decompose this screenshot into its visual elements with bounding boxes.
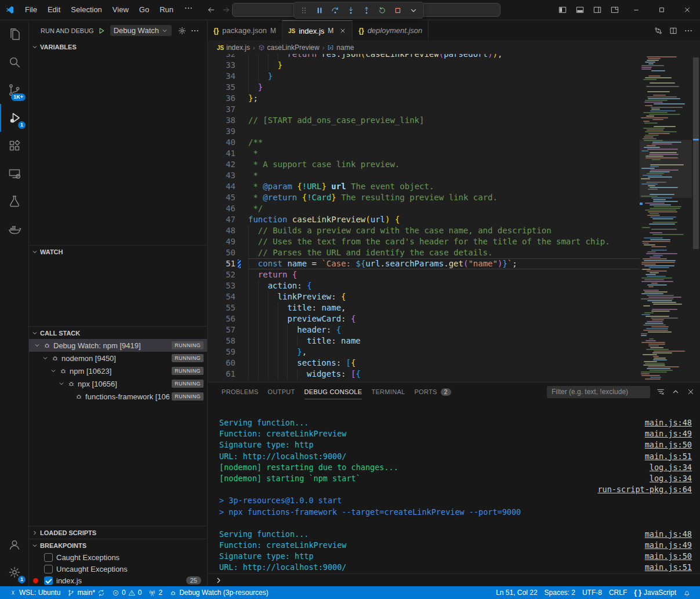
console-source-link[interactable]: main.js:51	[645, 451, 692, 462]
code-line[interactable]: 59 },	[208, 347, 640, 358]
line-number[interactable]: 46	[208, 203, 235, 214]
activity-testing[interactable]	[0, 187, 28, 215]
console-source-link[interactable]: main.js:51	[645, 562, 692, 573]
code-line[interactable]: 55 title: name,	[208, 302, 640, 313]
breakpoint-row[interactable]: Caught Exceptions	[29, 551, 207, 563]
line-number[interactable]: 33	[208, 60, 235, 71]
statusbar-encoding[interactable]: UTF-8	[579, 586, 605, 599]
console-source-link[interactable]: main.js:50	[645, 439, 692, 450]
activity-extensions[interactable]	[0, 132, 28, 160]
call-stack-row[interactable]: npx [10656]RUNNING	[29, 377, 207, 390]
panel-tab-debug-console[interactable]: DEBUG CONSOLE	[300, 383, 367, 401]
breakpoint-row[interactable]: Uncaught Exceptions	[29, 563, 207, 575]
minimap[interactable]	[640, 54, 692, 382]
line-number[interactable]: 39	[208, 126, 235, 137]
activity-source-control[interactable]: 1K+	[0, 76, 28, 104]
code-line[interactable]: 43 *	[208, 170, 640, 181]
watch-section-header[interactable]: WATCH	[29, 245, 207, 258]
toggle-secondary-sidebar-icon[interactable]	[589, 2, 606, 18]
code-line[interactable]: 60 sections: [{	[208, 358, 640, 369]
line-number[interactable]: 44	[208, 181, 235, 192]
code-line[interactable]: 52 return {	[208, 269, 640, 280]
go-forward-icon[interactable]	[222, 5, 231, 15]
menu-view[interactable]: View	[107, 3, 134, 16]
line-number[interactable]: 61	[208, 369, 235, 380]
filter-icon[interactable]	[656, 387, 665, 396]
more-menus-icon[interactable]	[179, 3, 198, 16]
code-line[interactable]: 47function caseLinkPreview(url) {	[208, 214, 640, 225]
drag-grip-icon[interactable]	[297, 3, 311, 17]
code-line[interactable]: 40/**	[208, 137, 640, 148]
customize-layout-icon[interactable]	[606, 2, 623, 18]
console-source-link[interactable]: log.js:34	[650, 462, 692, 473]
panel-tab-terminal[interactable]: TERMINAL	[367, 383, 409, 401]
statusbar-ports-forwarded[interactable]: 2	[145, 586, 166, 599]
debug-console-input[interactable]	[208, 573, 700, 586]
line-number[interactable]: 38	[208, 115, 235, 126]
breakpoint-checkbox[interactable]	[44, 576, 53, 585]
code-line[interactable]: 57 header: {	[208, 324, 640, 335]
panel-tab-problems[interactable]: PROBLEMS	[217, 383, 263, 401]
code-line[interactable]: 34 }	[208, 71, 640, 82]
breakpoint-row[interactable]: index.js25	[29, 575, 207, 586]
statusbar-indentation[interactable]: Spaces: 2	[541, 586, 579, 599]
menu-edit[interactable]: Edit	[42, 3, 66, 16]
go-back-icon[interactable]	[206, 5, 216, 15]
code-line[interactable]: 49 // Uses the text from the card's head…	[208, 236, 640, 247]
line-number[interactable]: 48	[208, 225, 235, 236]
line-number[interactable]: 56	[208, 313, 235, 324]
call-stack-row[interactable]: nodemon [9450]RUNNING	[29, 352, 207, 365]
pause-button[interactable]	[313, 3, 327, 17]
code-line[interactable]: 46 */	[208, 203, 640, 214]
toggle-primary-sidebar-icon[interactable]	[554, 2, 571, 18]
line-number[interactable]: 59	[208, 347, 235, 358]
code-line[interactable]: 44 * @param {!URL} url The event object.	[208, 181, 640, 192]
close-panel-icon[interactable]	[686, 387, 695, 396]
activity-search[interactable]	[0, 48, 28, 76]
line-number[interactable]: 51	[208, 258, 235, 269]
code-line[interactable]: 38// [START add_ons_case_preview_link]	[208, 115, 640, 126]
menu-go[interactable]: Go	[134, 3, 154, 16]
line-number[interactable]: 52	[208, 269, 235, 280]
panel-tab-output[interactable]: OUTPUT	[263, 383, 300, 401]
breadcrumb-item-name[interactable]: @name	[327, 44, 354, 52]
minimize-button[interactable]	[623, 0, 649, 20]
code-line[interactable]: 54 linkPreview: {	[208, 291, 640, 302]
statusbar-eol[interactable]: CRLF	[605, 586, 630, 599]
menu-run[interactable]: Run	[154, 3, 179, 16]
console-source-link[interactable]: main.js:49	[645, 428, 692, 439]
code-line[interactable]: 45 * @return {!Card} The resulting previ…	[208, 192, 640, 203]
activity-docker[interactable]	[0, 215, 28, 243]
variables-section-header[interactable]: VARIABLES	[29, 41, 207, 53]
menu-file[interactable]: File	[20, 3, 42, 16]
tab-deployment-json[interactable]: {}deployment.json	[353, 20, 429, 41]
code-editor[interactable]: 32 return res.json(caseLinkPreview(parse…	[208, 54, 700, 382]
breadcrumb-item-caseLinkPreview[interactable]: caseLinkPreview	[258, 44, 320, 52]
code-line[interactable]: 36};	[208, 93, 640, 104]
statusbar-remote-indicator[interactable]: WSL: Ubuntu	[6, 586, 64, 599]
breakpoint-checkbox[interactable]	[44, 565, 53, 573]
statusbar-language-mode[interactable]: { }JavaScript	[630, 586, 680, 599]
debug-settings-gear-icon[interactable]	[177, 26, 187, 35]
split-editor-icon[interactable]	[669, 26, 678, 35]
console-source-link[interactable]: main.js:49	[645, 540, 692, 551]
code-line[interactable]: 35 }	[208, 82, 640, 93]
tab-package-json[interactable]: {}package.jsonM	[208, 20, 282, 41]
step-over-button[interactable]	[328, 3, 342, 17]
restart-button[interactable]	[375, 3, 389, 17]
line-number[interactable]: 58	[208, 335, 235, 347]
code-line[interactable]: 61 widgets: [{	[208, 369, 640, 380]
code-line[interactable]: 42 * A support case link preview.	[208, 159, 640, 170]
line-number[interactable]: 45	[208, 192, 235, 203]
statusbar-git-branch[interactable]: main*	[64, 586, 108, 599]
call-stack-row[interactable]: npm [10623]RUNNING	[29, 365, 207, 377]
line-number[interactable]: 49	[208, 236, 235, 247]
view-more-actions-icon[interactable]	[190, 26, 200, 35]
line-number[interactable]: 40	[208, 137, 235, 148]
code-line[interactable]: 51 const name = `Case: ${url.searchParam…	[208, 258, 640, 269]
call-stack-row[interactable]: functions-framework [106...RUNNING	[29, 390, 207, 403]
statusbar-cursor-position[interactable]: Ln 51, Col 22	[492, 586, 541, 599]
call-stack-row[interactable]: Debug Watch: npm [9419]RUNNING	[29, 339, 207, 352]
maximize-button[interactable]	[649, 0, 674, 20]
code-line[interactable]: 33 }	[208, 60, 640, 71]
